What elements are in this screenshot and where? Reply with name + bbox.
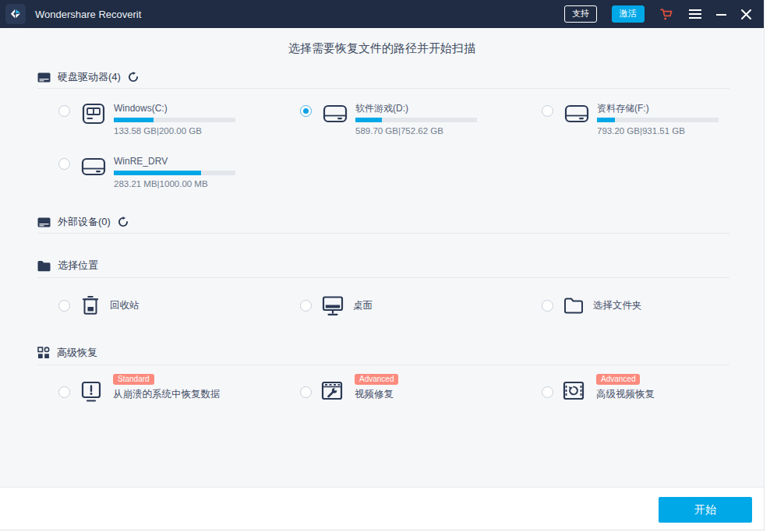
location-list: 回收站 桌面 选择文件夹 xyxy=(58,291,736,319)
capacity-bar xyxy=(597,118,719,122)
capacity-bar-fill xyxy=(114,171,201,175)
section-hard-drives: 硬盘驱动器(4) xyxy=(37,69,139,85)
minimize-button[interactable] xyxy=(716,9,726,19)
app-title: Wondershare Recoverit xyxy=(35,9,141,20)
start-button[interactable]: 开始 xyxy=(659,497,752,523)
radio-button[interactable] xyxy=(542,386,553,398)
radio-button[interactable] xyxy=(58,386,70,398)
feature-badge: Advanced xyxy=(355,374,398,385)
app-window: Wondershare Recoverit 支持 激活 xyxy=(0,0,765,530)
advanced-item[interactable]: Advanced 视频修复 xyxy=(300,371,542,410)
hard-drive-icon xyxy=(37,72,51,83)
capacity-bar-fill xyxy=(114,118,154,122)
drive-name: WinRE_DRV xyxy=(114,156,235,167)
drive-name: 资料存储(F:) xyxy=(597,103,719,114)
cart-icon[interactable] xyxy=(659,7,674,22)
radio-button[interactable] xyxy=(300,386,312,398)
titlebar: Wondershare Recoverit 支持 激活 xyxy=(0,0,764,28)
main-content: 选择需要恢复文件的路径并开始扫描 硬盘驱动器(4) xyxy=(0,28,764,487)
folder-icon xyxy=(563,296,584,315)
radio-button[interactable] xyxy=(542,105,553,117)
advanced-label: 从崩溃的系统中恢复数据 xyxy=(113,388,221,401)
section-divider xyxy=(37,277,729,278)
drive-capacity: 283.21 MB|1000.00 MB xyxy=(114,179,235,188)
section-title: 外部设备(0) xyxy=(58,215,111,229)
crashed-system-icon xyxy=(79,381,103,403)
drive-capacity: 589.70 GB|752.62 GB xyxy=(355,126,477,136)
advanced-item[interactable]: Standard 从崩溃的系统中恢复数据 xyxy=(58,371,300,410)
location-label: 回收站 xyxy=(110,299,140,312)
app-logo-icon xyxy=(5,4,26,24)
capacity-bar xyxy=(114,118,235,122)
feature-badge: Advanced xyxy=(596,374,640,385)
drive-item[interactable]: 资料存储(F:) 793.20 GB|931.51 GB xyxy=(542,103,736,156)
desktop-icon xyxy=(322,295,344,316)
page-heading: 选择需要恢复文件的路径并开始扫描 xyxy=(0,41,764,56)
location-item[interactable]: 回收站 xyxy=(58,291,300,319)
radio-button[interactable] xyxy=(58,105,70,117)
video-recovery-icon xyxy=(563,381,585,400)
section-advanced-recovery: 高级恢复 xyxy=(37,345,97,361)
drive-icon xyxy=(563,103,590,125)
folder-section-icon xyxy=(37,260,51,272)
drive-item[interactable]: WinRE_DRV 283.21 MB|1000.00 MB xyxy=(58,156,300,209)
advanced-item[interactable]: Advanced 高级视频恢复 xyxy=(542,371,736,410)
advanced-label: 高级视频恢复 xyxy=(596,388,655,401)
titlebar-controls: 支持 激活 xyxy=(564,0,751,28)
capacity-bar-fill xyxy=(597,118,615,122)
video-repair-icon xyxy=(321,381,343,400)
advanced-label: 视频修复 xyxy=(355,388,398,401)
section-select-location: 选择位置 xyxy=(37,258,98,273)
radio-button[interactable] xyxy=(300,105,312,117)
section-title: 高级恢复 xyxy=(57,346,97,360)
activate-button[interactable]: 激活 xyxy=(612,5,645,22)
section-divider xyxy=(37,365,729,365)
capacity-bar xyxy=(355,118,477,122)
radio-button[interactable] xyxy=(58,158,70,170)
refresh-icon[interactable] xyxy=(118,217,129,227)
close-button[interactable] xyxy=(741,9,751,19)
recycle-bin-icon xyxy=(80,294,101,316)
radio-button[interactable] xyxy=(300,300,312,312)
drive-item[interactable]: Windows(C:) 133.58 GB|200.00 GB xyxy=(58,103,300,156)
section-divider xyxy=(37,233,729,234)
section-title: 硬盘驱动器(4) xyxy=(58,70,121,84)
section-divider xyxy=(37,88,729,89)
capacity-bar xyxy=(114,171,235,175)
capacity-bar-fill xyxy=(355,118,382,122)
section-title: 选择位置 xyxy=(58,259,98,273)
drive-list: Windows(C:) 133.58 GB|200.00 GB 软件游戏(D:)… xyxy=(58,103,736,209)
drive-item[interactable]: 软件游戏(D:) 589.70 GB|752.62 GB xyxy=(300,103,542,156)
drive-icon xyxy=(322,103,348,125)
menu-icon[interactable] xyxy=(689,9,701,19)
drive-name: Windows(C:) xyxy=(114,103,235,114)
grid-icon xyxy=(37,347,50,359)
location-item[interactable]: 选择文件夹 xyxy=(542,291,736,319)
feature-badge: Standard xyxy=(113,374,154,385)
advanced-list: Standard 从崩溃的系统中恢复数据 xyxy=(58,371,736,410)
drive-name: 软件游戏(D:) xyxy=(355,103,477,114)
drive-capacity: 133.58 GB|200.00 GB xyxy=(114,126,235,136)
location-item[interactable]: 桌面 xyxy=(300,291,542,319)
section-external-devices: 外部设备(0) xyxy=(37,214,129,230)
radio-button[interactable] xyxy=(542,300,553,312)
location-label: 选择文件夹 xyxy=(593,299,642,312)
drive-capacity: 793.20 GB|931.51 GB xyxy=(597,126,719,136)
location-label: 桌面 xyxy=(353,299,373,312)
hard-drive-icon xyxy=(37,217,51,228)
support-button[interactable]: 支持 xyxy=(564,5,597,22)
system-drive-icon xyxy=(80,103,107,125)
footer: 开始 xyxy=(0,487,764,530)
drive-icon xyxy=(80,156,107,178)
radio-button[interactable] xyxy=(58,300,70,312)
refresh-icon[interactable] xyxy=(128,72,139,83)
